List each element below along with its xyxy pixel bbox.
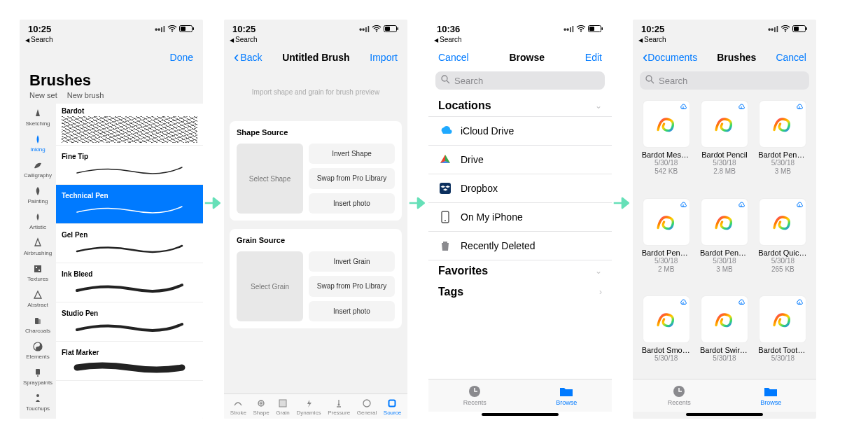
edit-button[interactable]: Edit [585, 52, 602, 63]
category-spraypaints[interactable]: Spraypaints [20, 363, 56, 389]
editor-tab-general[interactable]: General [357, 398, 377, 416]
category-elements[interactable]: Elements [20, 337, 56, 363]
brush-row[interactable]: Flat Marker [56, 342, 203, 381]
panel-brush-editor: 10:25 ••ıl Search Back Untitled Brush Im… [224, 20, 407, 419]
svg-rect-16 [385, 27, 390, 31]
search-input[interactable]: Search [640, 71, 809, 90]
brush-row[interactable]: Ink Bleed [56, 263, 203, 302]
file-item[interactable]: Bardot Quic...ibble5/30/18265 KB [757, 199, 809, 290]
location-row[interactable]: On My iPhone [428, 203, 612, 232]
favorites-header[interactable]: Favorites ⌄ [428, 260, 612, 281]
brush-row[interactable]: Bardot [56, 104, 203, 146]
brush-list: BardotFine TipTechnical PenGel PenInk Bl… [56, 104, 203, 419]
invert-shape-button[interactable]: Invert Shape [309, 144, 395, 164]
category-calligraphy[interactable]: Calligraphy [20, 155, 56, 181]
category-charcoals[interactable]: Charcoals [20, 311, 56, 337]
invert-grain-button[interactable]: Invert Grain [309, 251, 395, 272]
preview-placeholder: Import shape and grain for brush preview [224, 69, 407, 121]
editor-tab-source[interactable]: Source [384, 398, 401, 416]
category-sketching[interactable]: Sketching [20, 104, 56, 130]
file-item[interactable]: Bardot Penc...xture5/30/183 MB [698, 199, 750, 290]
breadcrumb-back[interactable]: Search [428, 36, 612, 48]
editor-tab-grain[interactable]: Grain [276, 398, 290, 416]
editor-tab-bar: StrokeShapeGrainDynamicsPressureGeneralS… [224, 393, 407, 419]
category-touchups[interactable]: Touchups [20, 389, 56, 414]
cancel-button[interactable]: Cancel [776, 52, 806, 63]
select-shape-button[interactable]: Select Shape [237, 144, 303, 214]
status-icons: ••ıl [359, 25, 399, 34]
category-label: Charcoals [25, 328, 50, 334]
brush-row[interactable]: Fine Tip [56, 146, 203, 185]
brush-row[interactable]: Studio Pen [56, 302, 203, 342]
tab-recents[interactable]: Recents [463, 384, 486, 406]
tab-browse[interactable]: Browse [556, 384, 577, 406]
stroke-icon [233, 398, 243, 408]
signal-icon: ••ıl [155, 25, 165, 34]
file-size: 542 KB [654, 167, 678, 176]
file-item[interactable]: Bardot Penc...ooth5/30/182 MB [640, 199, 692, 290]
file-item[interactable]: Bardot Toot...xture5/30/18 [757, 296, 809, 379]
svg-rect-18 [279, 400, 286, 407]
editor-tab-stroke[interactable]: Stroke [230, 398, 246, 416]
insert-photo-shape-button[interactable]: Insert photo [309, 193, 395, 214]
search-input[interactable]: Search [435, 71, 605, 90]
editor-tab-shape[interactable]: Shape [253, 398, 270, 416]
tab-browse-label: Browse [556, 399, 577, 406]
cloud-download-icon [737, 103, 746, 113]
insert-photo-grain-button[interactable]: Insert photo [309, 301, 395, 321]
cancel-button[interactable]: Cancel [438, 52, 469, 63]
tab-recents[interactable]: Recents [668, 384, 691, 406]
swap-pro-shape-button[interactable]: Swap from Pro Library [309, 168, 395, 188]
select-grain-button[interactable]: Select Grain [237, 251, 303, 321]
file-item[interactable]: Bardot Penc...cher5/30/183 MB [757, 101, 809, 192]
category-artistic[interactable]: Artistic [20, 207, 56, 233]
location-row[interactable]: Recently Deleted [428, 232, 612, 260]
category-textures[interactable]: Textures [20, 259, 56, 285]
breadcrumb-back[interactable]: Search [20, 36, 203, 48]
cloud-download-icon [679, 298, 687, 308]
new-set-button[interactable]: New set [29, 91, 57, 99]
svg-rect-5 [36, 267, 37, 268]
battery-icon [588, 25, 603, 34]
folder-icon [559, 384, 574, 398]
locations-header[interactable]: Locations ⌄ [428, 95, 612, 116]
file-item[interactable]: Bardot Smo...ader5/30/18 [640, 296, 692, 379]
page-title: Brushes [29, 71, 193, 90]
location-row[interactable]: iCloud Drive [428, 117, 612, 146]
bottom-tab-bar: Recents Browse [428, 379, 612, 412]
file-size: 265 KB [771, 265, 794, 274]
tab-browse[interactable]: Browse [760, 384, 781, 406]
brush-row[interactable]: Gel Pen [56, 224, 203, 263]
chevron-right-icon: › [599, 287, 602, 297]
category-airbrushing[interactable]: Airbrushing [20, 233, 56, 259]
wifi-icon [372, 25, 382, 34]
category-inking[interactable]: Inking [20, 130, 56, 155]
location-row[interactable]: Drive [428, 146, 612, 174]
back-documents-button[interactable]: Documents [643, 52, 697, 63]
swap-pro-grain-button[interactable]: Swap from Pro Library [309, 276, 395, 296]
category-painting[interactable]: Painting [20, 181, 56, 207]
import-button[interactable]: Import [370, 52, 398, 63]
panel-brush-files: 10:25 ••ıl Search Documents Brushes Canc… [633, 20, 816, 419]
status-icons: ••ıl [155, 25, 195, 34]
file-item[interactable]: Bardot Mes...ibble5/30/18542 KB [640, 101, 692, 192]
breadcrumb-back[interactable]: Search [224, 36, 407, 48]
battery-icon [792, 25, 808, 34]
category-retro[interactable]: Retro [20, 414, 56, 419]
file-thumbnail [643, 296, 690, 342]
new-brush-button[interactable]: New brush [67, 91, 104, 99]
done-button[interactable]: Done [170, 52, 193, 63]
locations-title: Locations [438, 99, 491, 112]
breadcrumb-back[interactable]: Search [633, 36, 816, 48]
location-row[interactable]: Dropbox [428, 174, 612, 203]
file-item[interactable]: Bardot Pencil5/30/182.8 MB [698, 101, 750, 192]
file-item[interactable]: Bardot Swirl...ibble5/30/18 [698, 296, 750, 379]
brush-row[interactable]: Technical Pen [56, 185, 203, 224]
category-abstract[interactable]: Abstract [20, 285, 56, 311]
editor-tab-pressure[interactable]: Pressure [328, 398, 350, 416]
editor-tab-dynamics[interactable]: Dynamics [296, 398, 321, 416]
back-button[interactable]: Back [234, 52, 262, 63]
tags-header[interactable]: Tags › [428, 281, 612, 302]
panel-brushes-list: 10:25 ••ıl Search Done Brushes New set N… [20, 20, 203, 419]
location-icon [438, 210, 452, 224]
